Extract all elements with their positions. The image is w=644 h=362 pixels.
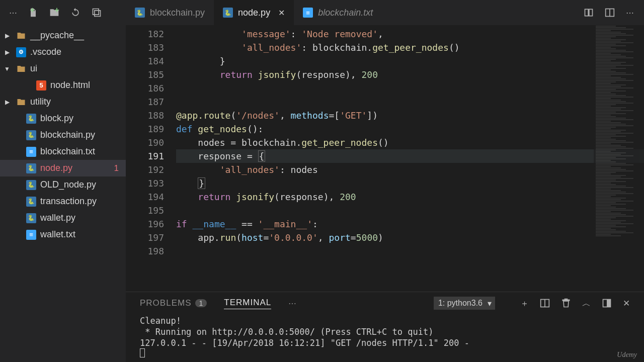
new-terminal-icon[interactable]: ＋ [520,298,529,309]
explorer-label: __pycache__ [30,30,84,41]
code-line[interactable]: if __name__ == '__main__': [176,217,644,231]
explorer-label: .vscode [30,47,61,57]
code-line[interactable]: nodes = blockchain.get_peer_nodes() [176,136,644,149]
line-number: 182 [126,27,164,41]
panel-up-icon[interactable]: ︿ [582,298,591,309]
explorer-item-blockchain-py[interactable]: ▶🐍blockchain.py [0,127,126,143]
explorer-item-ui[interactable]: ▼ui [0,60,126,77]
line-number: 189 [126,122,164,136]
code-line[interactable] [176,204,644,217]
code-line[interactable]: @app.route('/nodes', methods=['GET']) [176,109,644,122]
line-number: 188 [126,109,164,122]
explorer-label: node.html [50,80,90,90]
code-line[interactable] [176,244,644,258]
explorer-label: blockchain.txt [40,146,95,157]
tab-label: node.py [238,8,270,18]
tab-node-py[interactable]: 🐍node.py✕ [214,0,294,25]
tab-label: blockchain.py [150,8,205,18]
line-number: 183 [126,41,164,54]
code-line[interactable]: def get_nodes(): [176,122,644,136]
code-area[interactable]: 'message': 'Node removed', 'all_nodes': … [176,25,644,292]
py-icon: 🐍 [26,180,36,190]
explorer-item-utility[interactable]: ▶utility [0,94,126,110]
explorer-label: node.py [40,163,72,173]
line-number: 193 [126,176,164,190]
split-editor-icon[interactable] [605,8,615,18]
explorer-item-node-py[interactable]: ▶🐍node.py1 [0,160,126,176]
explorer-label: wallet.txt [40,229,75,240]
line-number: 192 [126,163,164,176]
tab-blockchain-py[interactable]: 🐍blockchain.py [126,0,214,25]
line-number: 198 [126,244,164,258]
line-number: 197 [126,231,164,244]
html-icon: 5 [36,80,46,90]
code-line[interactable] [176,81,644,95]
code-line[interactable]: 'message': 'Node removed', [176,27,644,41]
explorer-item---pycache--[interactable]: ▶__pycache__ [0,27,126,44]
code-line[interactable]: 'all_nodes': nodes [176,163,644,176]
code-editor[interactable]: 1821831841851861871881891901911921931941… [126,25,644,292]
line-number: 185 [126,68,164,81]
explorer-actions: ⋯ [0,8,126,18]
close-tab-icon[interactable]: ✕ [278,8,285,18]
maximize-panel-icon[interactable] [602,298,612,308]
chevron-icon: ▶ [2,99,12,106]
explorer-item--vscode[interactable]: ▶⚙.vscode [0,44,126,60]
py-icon: 🐍 [26,197,36,207]
explorer-item-node-html[interactable]: ▶5node.html [0,77,126,94]
panel-more-icon[interactable]: ⋯ [288,299,296,308]
txt-icon: ≡ [26,230,36,240]
explorer-label: block.py [40,113,73,124]
chevron-icon: ▶ [2,32,12,39]
code-line[interactable]: 'all_nodes': blockchain.get_peer_nodes() [176,41,644,54]
more-actions-icon[interactable]: ⋯ [626,8,634,18]
line-gutter: 1821831841851861871881891901911921931941… [126,25,176,292]
terminal-select[interactable]: 1: python3.6 [434,297,495,310]
txt-icon: ≡ [26,147,36,157]
problems-count: 1 [195,299,207,307]
code-line[interactable]: } [176,54,644,68]
tab-label: blockchain.txt [318,8,373,18]
kill-terminal-icon[interactable] [561,298,571,308]
new-file-icon[interactable] [28,8,38,18]
explorer-item-wallet-py[interactable]: ▶🐍wallet.py [0,210,126,226]
terminal-output[interactable]: Cleanup! * Running on http://0.0.0.0:500… [126,314,644,362]
more-icon[interactable]: ⋯ [9,8,17,18]
new-folder-icon[interactable] [49,8,59,18]
collapse-all-icon[interactable] [92,8,102,18]
explorer-item-transaction-py[interactable]: ▶🐍transaction.py [0,193,126,210]
explorer-label: OLD_node.py [40,179,96,190]
code-line[interactable]: response = { [176,149,644,163]
vscode-icon: ⚙ [16,47,26,57]
line-number: 191 [126,149,164,163]
split-terminal-icon[interactable] [540,298,550,308]
folder-icon [16,97,26,107]
tab-blockchain-txt[interactable]: ≡blockchain.txt [294,0,382,25]
bottom-panel: PROBLEMS1TERMINAL ⋯ 1: python3.6 ＋ ︿ ✕ C… [126,292,644,362]
py-icon: 🐍 [26,114,36,124]
explorer-item-old-node-py[interactable]: ▶🐍OLD_node.py [0,176,126,193]
explorer-item-blockchain-txt[interactable]: ▶≡blockchain.txt [0,143,126,160]
code-line[interactable]: return jsonify(response), 200 [176,190,644,204]
line-number: 184 [126,54,164,68]
code-line[interactable]: } [176,176,644,190]
panel-tab-terminal[interactable]: TERMINAL [224,298,271,309]
code-line[interactable]: app.run(host='0.0.0.0', port=5000) [176,231,644,244]
titlebar: ⋯ 🐍blockchain.py🐍node.py✕≡blockchain.txt… [0,0,644,25]
explorer-item-block-py[interactable]: ▶🐍block.py [0,110,126,127]
panel-tab-problems[interactable]: PROBLEMS1 [140,298,207,309]
code-line[interactable] [176,95,644,109]
svg-rect-0 [585,9,589,16]
chevron-icon: ▼ [2,65,12,72]
compare-icon[interactable] [584,8,594,18]
close-panel-icon[interactable]: ✕ [623,298,630,309]
panel-tabs: PROBLEMS1TERMINAL ⋯ 1: python3.6 ＋ ︿ ✕ [126,292,644,314]
explorer-item-wallet-txt[interactable]: ▶≡wallet.txt [0,226,126,243]
py-file-icon: 🐍 [223,8,233,18]
py-icon: 🐍 [26,130,36,140]
file-explorer: ▶__pycache__▶⚙.vscode▼ui▶5node.html▶util… [0,25,126,362]
code-line[interactable]: return jsonify(response), 200 [176,68,644,81]
line-number: 186 [126,81,164,95]
refresh-icon[interactable] [70,8,80,18]
explorer-label: utility [30,97,51,107]
